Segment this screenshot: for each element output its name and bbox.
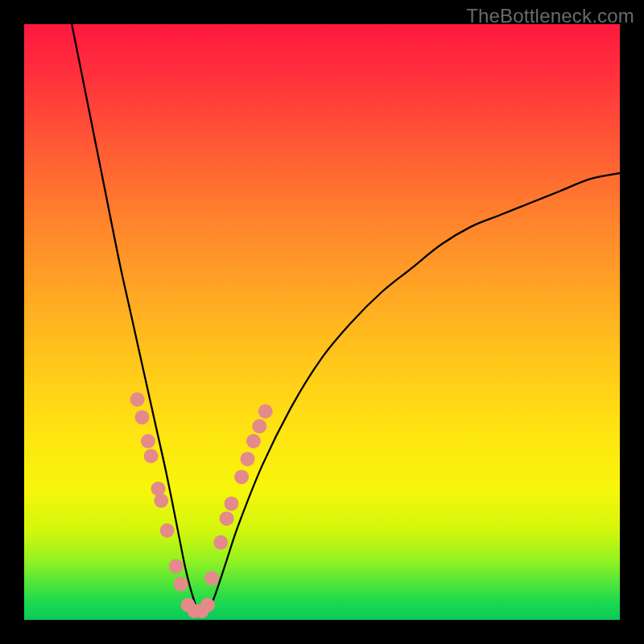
sample-dot xyxy=(141,434,155,448)
sample-dot xyxy=(174,577,188,592)
sample-dot xyxy=(234,469,249,484)
sample-dot xyxy=(213,535,228,550)
sample-dot xyxy=(144,449,159,464)
sample-dot xyxy=(252,419,266,434)
sample-dot xyxy=(154,493,168,508)
sample-dot xyxy=(241,452,255,466)
sample-dot xyxy=(160,523,175,538)
sample-dot xyxy=(204,571,219,585)
chart-svg xyxy=(24,24,620,620)
sample-dot xyxy=(225,497,239,511)
sample-dot xyxy=(135,410,150,424)
sample-dot xyxy=(130,392,145,407)
attribution-label: TheBottleneck.com xyxy=(466,5,634,27)
sample-dot xyxy=(258,404,273,419)
sample-dot xyxy=(200,598,215,613)
sample-dot xyxy=(169,559,184,573)
sample-dots xyxy=(130,392,273,618)
chart-frame: TheBottleneck.com xyxy=(0,0,644,644)
plot-area xyxy=(24,24,620,620)
sample-dot xyxy=(246,434,261,448)
sample-dot xyxy=(220,511,234,526)
bottleneck-curve xyxy=(72,24,620,614)
